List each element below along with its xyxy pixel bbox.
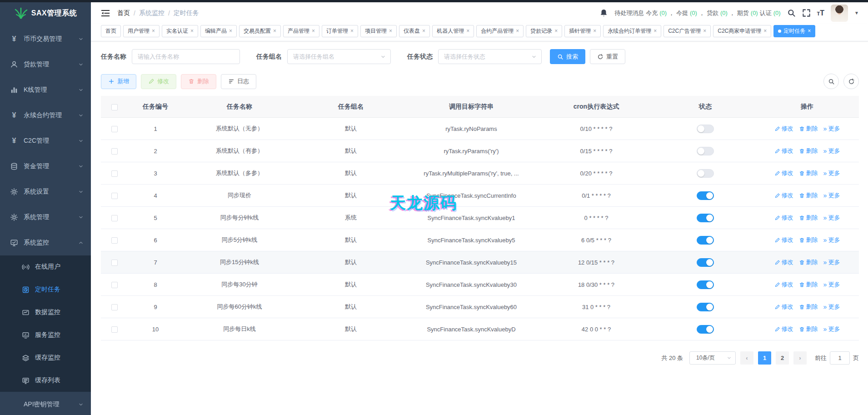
- row-delete-link[interactable]: 删除: [799, 214, 818, 222]
- status-toggle[interactable]: [697, 214, 714, 222]
- sidebar-item-sys-manage[interactable]: 系统管理: [0, 205, 91, 230]
- font-size-icon[interactable]: TT: [817, 10, 825, 17]
- tab-close-icon[interactable]: ×: [516, 28, 519, 34]
- sidebar-item-api-keys[interactable]: API密钥管理: [0, 392, 91, 415]
- sidebar-item-funds[interactable]: 资金管理: [0, 154, 91, 179]
- row-more-link[interactable]: »更多: [823, 191, 840, 200]
- tab-合约产品管理[interactable]: 合约产品管理×: [476, 25, 524, 37]
- row-checkbox[interactable]: [111, 170, 118, 177]
- sidebar-item-sys-settings[interactable]: 系统设置: [0, 179, 91, 205]
- breadcrumb-item[interactable]: 系统监控: [139, 9, 165, 17]
- sidebar-item-data-monitor[interactable]: 数据监控: [0, 301, 91, 324]
- status-toggle[interactable]: [697, 125, 714, 133]
- row-delete-link[interactable]: 删除: [799, 169, 818, 177]
- row-edit-link[interactable]: 修改: [774, 191, 793, 200]
- row-edit-link[interactable]: 修改: [774, 303, 793, 311]
- row-more-link[interactable]: »更多: [823, 236, 840, 244]
- tab-项目管理[interactable]: 项目管理×: [360, 25, 397, 37]
- row-delete-link[interactable]: 删除: [799, 280, 818, 289]
- row-more-link[interactable]: »更多: [823, 125, 840, 133]
- tab-close-icon[interactable]: ×: [190, 28, 194, 34]
- tab-首页[interactable]: 首页: [101, 25, 121, 37]
- sidebar-item-cron-tasks[interactable]: 定时任务: [0, 278, 91, 301]
- sidebar-item-cache-monitor[interactable]: 缓存监控: [0, 346, 91, 369]
- tab-产品管理[interactable]: 产品管理×: [283, 25, 319, 37]
- tab-定时任务[interactable]: 定时任务×: [773, 25, 815, 37]
- row-checkbox[interactable]: [111, 282, 118, 288]
- goto-page-input[interactable]: [830, 351, 850, 365]
- tab-交易员配置[interactable]: 交易员配置×: [239, 25, 281, 37]
- status-toggle[interactable]: [697, 191, 714, 200]
- tab-实名认证[interactable]: 实名认证×: [162, 25, 198, 37]
- row-edit-link[interactable]: 修改: [774, 236, 793, 244]
- sidebar-item-c2c[interactable]: ¥C2C管理: [0, 128, 91, 154]
- breadcrumb-item[interactable]: 首页: [117, 9, 130, 17]
- sidebar-item-server-monitor[interactable]: 服务监控: [0, 324, 91, 346]
- row-delete-link[interactable]: 删除: [799, 303, 818, 311]
- row-checkbox[interactable]: [111, 148, 118, 155]
- tab-close-icon[interactable]: ×: [350, 28, 354, 34]
- sidebar-item-online-users[interactable]: 在线用户: [0, 255, 91, 278]
- tab-close-icon[interactable]: ×: [763, 28, 767, 34]
- tab-close-icon[interactable]: ×: [229, 28, 232, 34]
- log-button[interactable]: 日志: [221, 74, 256, 89]
- status-toggle[interactable]: [697, 236, 714, 245]
- tab-仪表盘[interactable]: 仪表盘×: [399, 25, 430, 37]
- reset-button[interactable]: 重置: [590, 49, 625, 64]
- tab-close-icon[interactable]: ×: [554, 28, 558, 34]
- tab-close-icon[interactable]: ×: [273, 28, 276, 34]
- row-delete-link[interactable]: 删除: [799, 147, 818, 155]
- sidebar-item-coin-trade[interactable]: ¥币币交易管理: [0, 26, 91, 52]
- sidebar-item-loan[interactable]: 贷款管理: [0, 52, 91, 77]
- sidebar-item-sys-monitor[interactable]: 系统监控: [0, 230, 91, 255]
- user-avatar[interactable]: [831, 5, 848, 22]
- row-more-link[interactable]: »更多: [823, 258, 840, 266]
- tab-close-icon[interactable]: ×: [703, 28, 706, 34]
- tab-用户管理[interactable]: 用户管理×: [123, 25, 160, 37]
- row-checkbox[interactable]: [111, 260, 118, 266]
- refresh-table-icon[interactable]: [843, 74, 859, 89]
- row-checkbox[interactable]: [111, 304, 118, 310]
- select-all-checkbox[interactable]: [111, 104, 118, 110]
- tab-close-icon[interactable]: ×: [312, 28, 315, 34]
- bell-icon[interactable]: [599, 9, 608, 17]
- row-checkbox[interactable]: [111, 326, 118, 333]
- row-more-link[interactable]: »更多: [823, 169, 840, 177]
- sidebar-fold-icon[interactable]: [101, 9, 110, 18]
- row-delete-link[interactable]: 删除: [799, 125, 818, 133]
- row-more-link[interactable]: »更多: [823, 147, 840, 155]
- row-edit-link[interactable]: 修改: [774, 125, 793, 133]
- show-search-icon[interactable]: [823, 74, 839, 89]
- row-edit-link[interactable]: 修改: [774, 280, 793, 289]
- row-edit-link[interactable]: 修改: [774, 214, 793, 222]
- page-number-button[interactable]: 1: [758, 351, 771, 365]
- row-more-link[interactable]: »更多: [823, 325, 840, 333]
- tab-插针管理[interactable]: 插针管理×: [564, 25, 601, 37]
- tab-close-icon[interactable]: ×: [808, 28, 811, 34]
- sidebar-item-cache-list[interactable]: 缓存列表: [0, 369, 91, 392]
- row-delete-link[interactable]: 删除: [799, 236, 818, 244]
- task-status-select[interactable]: 请选择任务状态: [438, 49, 542, 64]
- avatar-caret-icon[interactable]: ▼: [854, 10, 859, 15]
- row-delete-link[interactable]: 删除: [799, 325, 818, 333]
- next-page-button[interactable]: ›: [793, 351, 807, 365]
- row-checkbox[interactable]: [111, 215, 118, 221]
- row-edit-link[interactable]: 修改: [774, 258, 793, 266]
- tab-close-icon[interactable]: ×: [593, 28, 596, 34]
- row-edit-link[interactable]: 修改: [774, 325, 793, 333]
- tab-C2C广告管理[interactable]: C2C广告管理×: [663, 25, 711, 37]
- fullscreen-icon[interactable]: [802, 9, 811, 17]
- tab-close-icon[interactable]: ×: [422, 28, 425, 34]
- edit-button[interactable]: 修改: [141, 74, 176, 89]
- search-button[interactable]: 搜索: [550, 49, 585, 64]
- status-toggle[interactable]: [697, 169, 714, 178]
- tab-订单管理[interactable]: 订单管理×: [322, 25, 358, 37]
- tab-永续合约订单管理[interactable]: 永续合约订单管理×: [603, 25, 661, 37]
- row-checkbox[interactable]: [111, 237, 118, 244]
- sidebar-item-kline[interactable]: K线管理: [0, 77, 91, 103]
- page-number-button[interactable]: 2: [776, 351, 789, 365]
- row-edit-link[interactable]: 修改: [774, 169, 793, 177]
- status-toggle[interactable]: [697, 280, 714, 289]
- tab-贷款记录[interactable]: 贷款记录×: [526, 25, 562, 37]
- delete-button[interactable]: 删除: [181, 74, 216, 89]
